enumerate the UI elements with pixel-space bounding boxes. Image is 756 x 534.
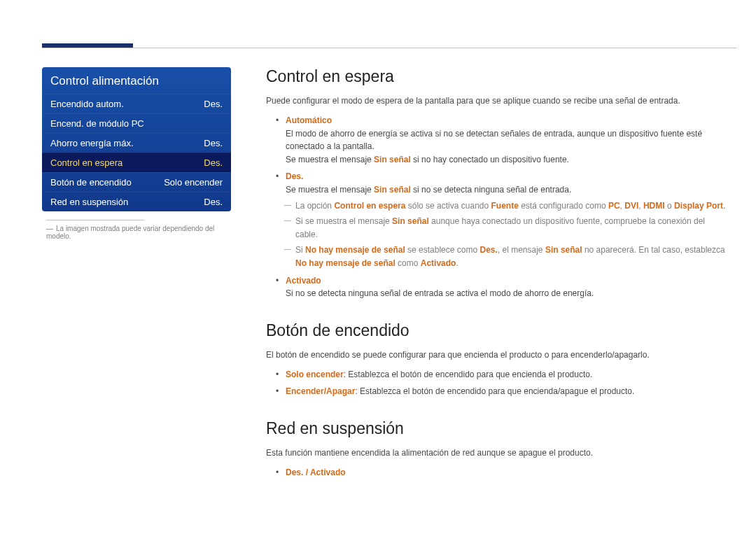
- sidebar-note-text: La imagen mostrada puede variar dependie…: [46, 225, 214, 240]
- option-text: Se muestra el mensaje: [286, 155, 374, 164]
- osd-item-value: Des.: [204, 197, 223, 207]
- osd-item-control-en-espera[interactable]: Control en espera Des.: [42, 153, 231, 172]
- option-text: : Establezca el botón de encendido para …: [344, 370, 593, 379]
- osd-item-value: Des.: [204, 157, 223, 168]
- option-encender-apagar: Encender/Apagar: Establezca el botón de …: [286, 385, 728, 398]
- section-intro: El botón de encendido se puede configura…: [266, 349, 728, 361]
- page-top-rule: [42, 48, 736, 48]
- option-text: Si no se detecta ninguna señal de entrad…: [286, 288, 594, 298]
- sub-note-list: La opción Control en espera sólo se acti…: [286, 199, 728, 270]
- dash-icon: ―: [46, 225, 53, 232]
- option-text: El modo de ahorro de energía se activa s…: [286, 129, 702, 152]
- option-des-activado: Des. / Activado: [286, 466, 728, 479]
- osd-item-label: Ahorro energía máx.: [50, 138, 134, 148]
- main-content: Control en espera Puede configurar el mo…: [266, 67, 735, 484]
- option-label: Des. / Activado: [286, 468, 346, 477]
- highlight-sin-senal: Sin señal: [374, 155, 411, 164]
- option-des: Des. Se muestra el mensaje Sin señal si …: [286, 170, 728, 269]
- sidebar: Control alimentación Encendido autom. De…: [42, 67, 231, 484]
- sidebar-note: ―La imagen mostrada puede variar dependi…: [46, 225, 231, 240]
- osd-item-label: Botón de encendido: [50, 177, 132, 188]
- osd-item-label: Control en espera: [50, 157, 122, 168]
- section-heading-boton-encendido: Botón de encendido: [266, 321, 728, 340]
- section-intro: Esta función mantiene encendida la alime…: [266, 447, 728, 459]
- osd-menu-title: Control alimentación: [42, 67, 231, 94]
- osd-item-encendido-autom[interactable]: Encendido autom. Des.: [42, 94, 231, 113]
- option-text: Se muestra el mensaje: [286, 185, 374, 195]
- option-label: Encender/Apagar: [286, 386, 355, 396]
- option-text: si no hay conectado un dispositivo fuent…: [411, 155, 569, 164]
- osd-item-boton-encendido[interactable]: Botón de encendido Solo encender: [42, 172, 231, 192]
- option-text: : Establezca el botón de encendido para …: [355, 386, 634, 396]
- osd-item-value: Des.: [204, 138, 223, 148]
- section-heading-red-en-suspension: Red en suspensión: [266, 419, 728, 438]
- option-list: Des. / Activado: [266, 466, 728, 479]
- osd-menu: Control alimentación Encendido autom. De…: [42, 67, 231, 211]
- osd-item-value: Des.: [204, 99, 223, 109]
- section-intro: Puede configurar el modo de espera de la…: [266, 94, 728, 107]
- sub-note: Si No hay mensaje de señal se establece …: [295, 244, 728, 269]
- osd-item-label: Encendido autom.: [50, 99, 124, 109]
- highlight-sin-senal: Sin señal: [374, 185, 411, 195]
- page-body: Control alimentación Encendido autom. De…: [42, 42, 735, 484]
- option-label: Des.: [286, 171, 303, 181]
- option-label: Automático: [286, 115, 332, 125]
- sub-note: Si se muestra el mensaje Sin señal aunqu…: [295, 215, 728, 241]
- osd-item-value: Solo encender: [164, 177, 223, 188]
- option-label: Activado: [286, 276, 321, 286]
- osd-item-label: Red en suspensión: [50, 197, 128, 207]
- sidebar-underline: [46, 220, 144, 220]
- option-list: Solo encender: Establezca el botón de en…: [266, 368, 728, 398]
- section-heading-control-en-espera: Control en espera: [266, 67, 728, 86]
- osd-item-encend-modulo-pc[interactable]: Encend. de módulo PC: [42, 113, 231, 133]
- option-activado: Activado Si no se detecta ninguna señal …: [286, 274, 728, 300]
- osd-item-label: Encend. de módulo PC: [50, 118, 144, 129]
- option-list: Automático El modo de ahorro de energía …: [266, 114, 728, 300]
- option-text: si no se detecta ninguna señal de entrad…: [411, 185, 572, 195]
- sub-note: La opción Control en espera sólo se acti…: [295, 199, 728, 213]
- option-solo-encender: Solo encender: Establezca el botón de en…: [286, 368, 728, 381]
- osd-item-red-en-suspension[interactable]: Red en suspensión Des.: [42, 192, 231, 211]
- option-automatico: Automático El modo de ahorro de energía …: [286, 114, 728, 166]
- osd-item-ahorro-energia[interactable]: Ahorro energía máx. Des.: [42, 133, 231, 153]
- option-label: Solo encender: [286, 370, 344, 379]
